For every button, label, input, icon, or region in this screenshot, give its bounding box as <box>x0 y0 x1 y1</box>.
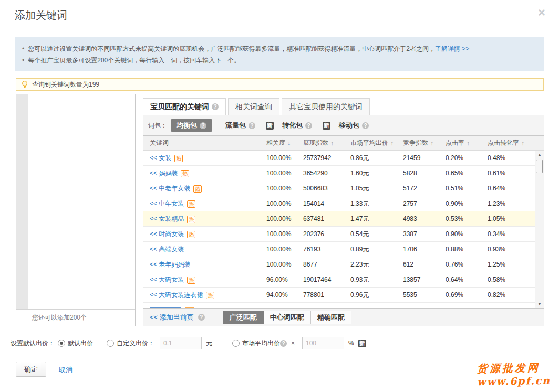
table-row: << 中年女装热100.00%1540141.33元27570.90%1.23% <box>143 196 535 211</box>
sort-icon[interactable]: ↑ <box>521 140 524 147</box>
help-icon[interactable]: ? <box>305 122 312 129</box>
add-keywords-dialog: 添加关键词 × •您可以通过设置关键词的不同匹配方式来提高关键词的展现机会，广泛… <box>0 0 559 392</box>
keyword-textarea[interactable] <box>28 94 135 310</box>
cell-relevance: 100.00% <box>266 215 303 223</box>
cell-cvr: 0.82% <box>488 291 535 299</box>
page-title: 添加关键词 <box>15 8 67 23</box>
close-icon[interactable]: × <box>538 6 545 19</box>
cell-ctr: 0.76% <box>446 261 488 268</box>
cell-impressions: 3654290 <box>303 169 350 177</box>
column-label: 关键词 <box>150 139 169 147</box>
help-icon[interactable]: ? <box>200 122 206 129</box>
sort-icon[interactable]: ↑ <box>430 140 433 147</box>
cell-cvr: 1.05% <box>488 215 535 223</box>
custom-bid-input[interactable] <box>160 337 202 349</box>
sort-icon[interactable]: ↓ <box>287 140 291 147</box>
keyword-link[interactable]: << 中老年女装 <box>150 185 190 192</box>
cell-impressions: 76193 <box>303 246 350 253</box>
keyword-cell: << 时尚女装热 <box>143 230 266 239</box>
keyword-link[interactable]: << 妈妈装 <box>150 169 178 177</box>
cell-competition: 5172 <box>403 185 446 192</box>
lightbulb-icon <box>22 80 28 89</box>
tab-3[interactable]: 其它宝贝使用的关键词 <box>282 98 370 115</box>
sort-icon[interactable]: ↑ <box>330 140 334 147</box>
column-label: 点击转化率 <box>488 139 519 147</box>
help-icon[interactable]: ? <box>198 314 205 321</box>
bid-option-market[interactable]: 市场平均出价 ? × % 新 <box>232 337 366 349</box>
radio-market-bid[interactable] <box>232 340 240 347</box>
cell-cvr: 0.64% <box>488 185 535 192</box>
scroll-down-icon[interactable]: ▼ <box>535 300 544 308</box>
match-button-group: 广泛匹配中心词匹配精确匹配 <box>223 311 351 324</box>
cell-avg_price: 0.96元 <box>350 291 403 300</box>
cell-ctr: 0.64% <box>446 276 488 283</box>
help-icon[interactable]: ? <box>362 122 369 129</box>
market-multiplier-input[interactable] <box>302 337 344 349</box>
learn-more-link[interactable]: 了解详情 >> <box>435 45 469 52</box>
add-current-page-link[interactable]: << 添加当前页 <box>150 313 194 322</box>
cancel-link[interactable]: 取消 <box>59 365 73 375</box>
keyword-link[interactable]: << 高端女装 <box>150 246 184 253</box>
cell-ctr: 0.88% <box>446 246 488 253</box>
keyword-link[interactable]: << 时尚女装 <box>150 230 184 238</box>
hot-badge: 热 <box>206 292 214 299</box>
cell-cvr: 0.93% <box>488 246 535 253</box>
keyword-link[interactable]: << 女装精品 <box>150 215 184 223</box>
sort-icon[interactable]: ↑ <box>467 140 470 147</box>
notice-text-1: 您可以通过设置关键词的不同匹配方式来提高关键词的展现机会，广泛匹配能获得最多流量… <box>28 45 435 52</box>
bid-option-default[interactable]: 默认出价 <box>58 339 93 348</box>
cell-competition: 5828 <box>403 169 446 177</box>
keyword-link[interactable]: << 大码女装连衣裙 <box>150 291 203 299</box>
cell-relevance: 100.00% <box>266 230 303 238</box>
help-icon[interactable]: ? <box>212 103 219 110</box>
keyword-link[interactable]: << 老年妈妈装 <box>150 261 190 268</box>
radio-custom-bid[interactable] <box>107 340 114 347</box>
custom-bid-unit: 元 <box>206 339 212 348</box>
notice-line-1: •您可以通过设置关键词的不同匹配方式来提高关键词的展现机会，广泛匹配能获得最多流… <box>22 43 544 55</box>
cell-impressions: 25737942 <box>303 154 350 162</box>
wordpack-button-1[interactable]: 均衡包? <box>171 119 212 132</box>
tab-1[interactable]: 宝贝匹配的关键词? <box>143 98 226 115</box>
cell-avg_price: 1.05元 <box>350 184 403 193</box>
scroll-up-icon[interactable]: ▲ <box>535 151 544 158</box>
hot-badge: 热 <box>187 200 195 208</box>
keyword-link[interactable]: << 女装 <box>150 154 171 162</box>
new-badge: 新 <box>358 340 366 347</box>
cell-avg_price: 0.54元 <box>350 230 403 239</box>
wordpack-button-4[interactable]: 移动包? <box>334 119 374 132</box>
cell-competition: 1706 <box>403 246 446 253</box>
column-header: 市场平均出价↑ <box>350 139 403 147</box>
column-label: 市场平均出价 <box>350 139 388 147</box>
table-footer: << 添加当前页 ? 广泛匹配中心词匹配精确匹配 <box>143 308 544 326</box>
match-button-3[interactable]: 精确匹配 <box>310 311 351 324</box>
cell-ctr: 0.20% <box>446 154 488 162</box>
keyword-cell: << 老年妈妈装 <box>143 260 266 269</box>
keyword-link[interactable]: << 大码女装 <box>150 276 184 283</box>
bullet-icon: • <box>22 57 24 64</box>
column-header: 关键词 <box>143 139 266 147</box>
cell-impressions: 19017464 <box>303 276 350 283</box>
help-icon[interactable]: ? <box>280 340 287 347</box>
scrollbar-thumb[interactable] <box>536 160 543 173</box>
table-row: << 时尚女装热100.00%2023760.54元33870.90%0.34% <box>143 227 535 242</box>
sort-icon[interactable]: ↑ <box>390 140 394 147</box>
match-button-2[interactable]: 中心词匹配 <box>263 311 311 324</box>
cell-impressions: 154014 <box>303 200 350 207</box>
keyword-table: 关键词相关度↓展现指数↑市场平均出价↑竞争指数↑点击率↑点击转化率↑ << 女装… <box>143 135 544 326</box>
keyword-link[interactable]: << 中年女装 <box>150 200 184 207</box>
cell-avg_price: 1.33元 <box>350 199 403 208</box>
cell-competition: 2757 <box>403 200 446 207</box>
wordpack-label: 流量包 <box>225 121 246 130</box>
wordpack-button-3[interactable]: 转化包? <box>277 119 317 132</box>
bid-option-custom[interactable]: 自定义出价： 元 <box>107 337 216 349</box>
hot-badge: 热 <box>181 170 189 177</box>
match-button-1[interactable]: 广泛匹配 <box>223 311 264 324</box>
table-row: << 高端女装100.00%761930.89元17060.88%0.93% <box>143 242 535 257</box>
confirm-button[interactable]: 确定 <box>16 362 46 377</box>
help-icon[interactable]: ? <box>249 122 255 129</box>
wordpack-button-2[interactable]: 流量包? <box>220 119 261 132</box>
table-scrollbar[interactable]: ▲ ▼ <box>535 151 544 308</box>
tab-2[interactable]: 相关词查询 <box>228 98 280 115</box>
radio-default-bid[interactable] <box>58 340 65 347</box>
cell-impressions: 8677 <box>303 261 350 268</box>
